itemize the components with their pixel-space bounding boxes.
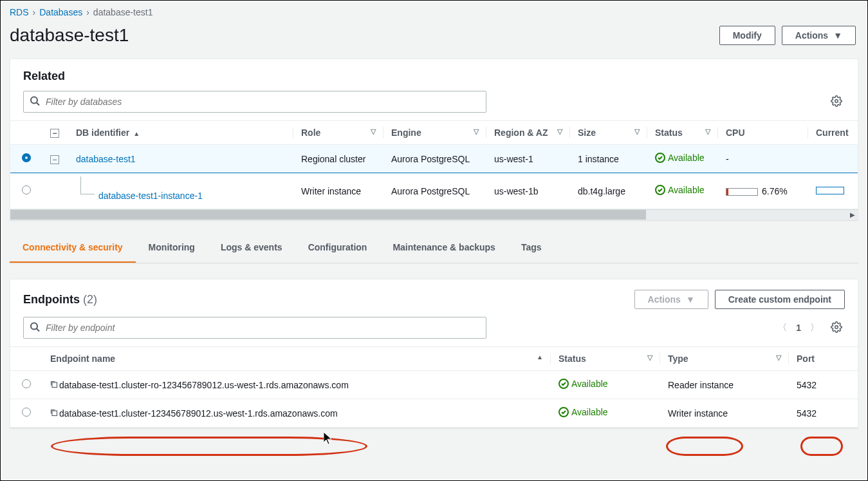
detail-tabs: Connectivity & security Monitoring Logs … xyxy=(10,233,858,263)
filter-icon[interactable]: ▽ xyxy=(705,127,710,136)
endpoint-type: Reader instance xyxy=(660,371,789,399)
endpoints-filter[interactable] xyxy=(23,317,486,339)
filter-icon[interactable]: ▽ xyxy=(557,127,562,136)
related-title: Related xyxy=(23,70,65,83)
status-badge: Available xyxy=(559,379,608,389)
col-size[interactable]: Size xyxy=(578,127,596,138)
svg-rect-10 xyxy=(52,411,57,416)
copy-icon[interactable] xyxy=(50,408,58,419)
cell-cpu: - xyxy=(718,145,808,173)
endpoint-name: database-test1.cluster-ro-123456789012.u… xyxy=(42,371,551,399)
scroll-right-icon[interactable]: ▶ xyxy=(847,210,858,220)
cell-region: us-west-1b xyxy=(486,173,570,209)
cell-cpu: 6.76% xyxy=(718,173,808,209)
annotation-circle xyxy=(51,437,367,456)
status-badge: Available xyxy=(655,153,705,163)
settings-gear-icon[interactable] xyxy=(828,93,845,111)
svg-line-1 xyxy=(37,103,39,106)
horizontal-scrollbar[interactable]: ◀ ▶ xyxy=(10,209,858,220)
endpoints-actions-button[interactable]: Actions▼ xyxy=(634,290,708,309)
filter-icon[interactable]: ▽ xyxy=(474,127,479,136)
tab-connectivity-security[interactable]: Connectivity & security xyxy=(10,233,136,263)
cell-engine: Aurora PostgreSQL xyxy=(383,173,486,209)
cell-role: Writer instance xyxy=(293,173,383,209)
endpoint-port: 5432 xyxy=(789,371,858,399)
related-panel: Related − DB identifier▲ Role▽ Engine▽ R… xyxy=(10,59,858,220)
chevron-right-icon: › xyxy=(86,7,89,17)
radio-select[interactable] xyxy=(22,153,31,162)
caret-down-icon: ▼ xyxy=(833,30,842,41)
radio-select[interactable] xyxy=(22,185,31,194)
sort-asc-icon: ▲ xyxy=(537,354,543,361)
sort-asc-icon: ▲ xyxy=(133,130,140,137)
col-engine[interactable]: Engine xyxy=(391,127,421,138)
endpoint-name: database-test1.cluster-123456789012.us-w… xyxy=(42,399,551,428)
filter-icon[interactable]: ▽ xyxy=(647,354,652,362)
col-endpoint-name[interactable]: Endpoint name xyxy=(50,354,115,364)
cell-size: 1 instance xyxy=(570,145,647,173)
svg-point-2 xyxy=(835,99,838,102)
table-row[interactable]: database-test1.cluster-123456789012.us-w… xyxy=(10,399,858,428)
col-role[interactable]: Role xyxy=(301,127,320,138)
breadcrumb-databases[interactable]: Databases xyxy=(39,7,82,17)
cell-engine: Aurora PostgreSQL xyxy=(383,145,486,173)
table-row[interactable]: − database-test1 Regional cluster Aurora… xyxy=(10,145,858,173)
col-status[interactable]: Status xyxy=(559,354,586,364)
endpoint-type: Writer instance xyxy=(660,399,789,428)
tab-maintenance-backups[interactable]: Maintenance & backups xyxy=(380,233,508,263)
filter-icon[interactable]: ▽ xyxy=(634,127,640,136)
modify-button[interactable]: Modify xyxy=(719,26,775,45)
col-region[interactable]: Region & AZ xyxy=(494,127,548,138)
actions-button[interactable]: Actions▼ xyxy=(782,26,856,45)
endpoint-port: 5432 xyxy=(789,399,858,428)
db-link[interactable]: database-test1 xyxy=(76,154,136,164)
col-status[interactable]: Status xyxy=(655,127,683,138)
page-title: database-test1 xyxy=(10,25,129,46)
svg-point-5 xyxy=(31,323,37,330)
search-icon xyxy=(30,322,40,334)
col-current[interactable]: Current xyxy=(816,127,849,138)
endpoints-filter-input[interactable] xyxy=(23,317,486,339)
scrollbar-thumb[interactable] xyxy=(10,210,646,220)
related-filter-input[interactable] xyxy=(23,91,486,113)
radio-select[interactable] xyxy=(22,379,31,388)
db-link[interactable]: database-test1-instance-1 xyxy=(98,191,203,201)
create-custom-endpoint-button[interactable]: Create custom endpoint xyxy=(715,290,845,309)
annotation-circle xyxy=(666,437,743,456)
page-next-icon[interactable]: 〉 xyxy=(810,322,819,334)
settings-gear-icon[interactable] xyxy=(828,319,845,337)
status-badge: Available xyxy=(655,185,705,195)
related-filter[interactable] xyxy=(23,91,486,113)
copy-icon[interactable] xyxy=(50,380,58,390)
tab-configuration[interactable]: Configuration xyxy=(295,233,380,263)
col-db-identifier[interactable]: DB identifier xyxy=(76,127,129,138)
table-row[interactable]: database-test1.cluster-ro-123456789012.u… xyxy=(10,371,858,399)
collapse-icon[interactable]: − xyxy=(50,155,59,164)
filter-icon[interactable]: ▽ xyxy=(371,127,376,136)
cursor-icon xyxy=(324,432,333,445)
table-row[interactable]: database-test1-instance-1 Writer instanc… xyxy=(10,173,858,209)
endpoints-panel: Endpoints (2) Actions▼ Create custom end… xyxy=(10,279,858,428)
tab-logs-events[interactable]: Logs & events xyxy=(208,233,295,263)
tab-tags[interactable]: Tags xyxy=(508,233,555,263)
endpoints-table: Endpoint name▲ Status▽ Type▽ Port databa… xyxy=(10,346,858,428)
breadcrumb-rds[interactable]: RDS xyxy=(10,7,29,17)
svg-rect-8 xyxy=(52,382,57,388)
expand-all-icon[interactable]: − xyxy=(50,129,59,138)
tab-monitoring[interactable]: Monitoring xyxy=(136,233,208,263)
chevron-right-icon: › xyxy=(33,7,36,17)
col-cpu[interactable]: CPU xyxy=(726,127,745,138)
annotation-circle xyxy=(800,437,843,456)
page-prev-icon[interactable]: 〈 xyxy=(778,322,787,334)
cell-role: Regional cluster xyxy=(293,145,383,173)
breadcrumb: RDS › Databases › database-test1 xyxy=(2,2,866,23)
filter-icon[interactable]: ▽ xyxy=(776,354,781,362)
svg-point-7 xyxy=(835,325,838,328)
radio-select[interactable] xyxy=(22,408,31,417)
tree-line-icon xyxy=(80,176,95,194)
col-type[interactable]: Type xyxy=(668,354,688,364)
col-port[interactable]: Port xyxy=(797,354,815,364)
search-icon xyxy=(30,96,40,108)
svg-line-6 xyxy=(37,329,39,332)
current-activity-bar xyxy=(816,187,844,194)
